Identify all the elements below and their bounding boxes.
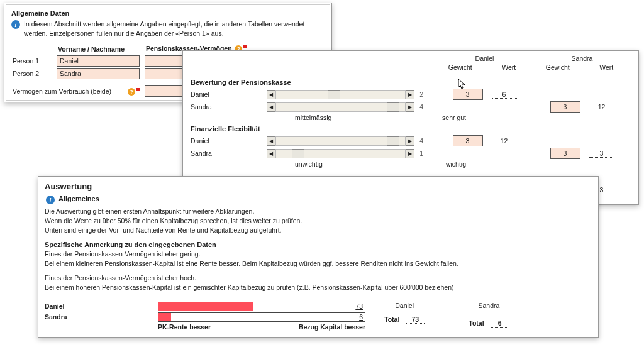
scale-high: sehr gut: [380, 114, 475, 121]
slider-name: Sandra: [191, 103, 262, 111]
bar-p2: 6: [158, 312, 365, 322]
weight-input[interactable]: 3: [550, 101, 580, 113]
section1-title: Bewertung der Pensionskasse: [191, 75, 631, 89]
bar-label-high: Bezug Kapital besser: [262, 323, 365, 331]
slider-s1p1[interactable]: ◀ ▶: [267, 90, 414, 99]
help-icon[interactable]: ?: [128, 88, 135, 96]
sub-weight: Gewicht: [533, 63, 582, 71]
slider-name: Daniel: [191, 91, 262, 98]
section2-title: Finanzielle Flexibiltät: [191, 121, 631, 135]
weights-head-p1: Daniel: [436, 55, 533, 62]
slider-right-button[interactable]: ▶: [406, 102, 414, 112]
slider-left-button[interactable]: ◀: [267, 90, 275, 99]
scale-low: unwichtig: [286, 160, 380, 168]
bar-p1: 73: [158, 302, 365, 311]
slider-s2p2[interactable]: ◀ ▶: [267, 149, 414, 158]
person2-label: Person 2: [10, 67, 54, 80]
slider-name: Daniel: [191, 137, 262, 145]
slider-s1p2[interactable]: ◀ ▶: [267, 102, 414, 112]
total-p1: 73: [406, 316, 425, 324]
scale-low: mittelmässig: [286, 114, 380, 121]
person1-name-input[interactable]: Daniel: [57, 55, 140, 67]
slider-value: 4: [419, 103, 425, 111]
slider-value: 2: [419, 91, 425, 98]
required-marker: [136, 88, 140, 91]
info-icon: i: [11, 20, 20, 29]
slider-name: Sandra: [191, 150, 262, 157]
bar-p1-value: 73: [355, 302, 363, 310]
derived-value: 12: [589, 103, 614, 111]
eval-text1: Die Auswertung gibt einen ersten Anhalts…: [45, 207, 592, 236]
total-head-p2: Sandra: [469, 302, 509, 309]
weight-input[interactable]: 3: [453, 135, 483, 146]
col-name: Vorname / Nachname: [54, 43, 142, 55]
bar-p2-value: 6: [359, 313, 363, 321]
slider-left-button[interactable]: ◀: [267, 149, 275, 158]
weights-head-p2: Sandra: [533, 55, 631, 62]
info-icon: i: [46, 196, 55, 204]
sub-value: Wert: [582, 63, 631, 71]
eval-sub1: Allgemeines: [58, 195, 99, 202]
weight-input[interactable]: 3: [453, 89, 483, 100]
evaluation-panel: Auswertung i Allgemeines Die Auswertung …: [38, 176, 599, 338]
bar-p2-name: Sandra: [45, 313, 158, 321]
bar-label-low: PK-Rente besser: [158, 323, 262, 331]
sub-weight: Gewicht: [436, 63, 485, 71]
eval-title: Auswertung: [45, 180, 592, 195]
slider-left-button[interactable]: ◀: [267, 102, 275, 112]
scale-high: wichtig: [380, 160, 475, 168]
derived-value: 6: [492, 91, 517, 99]
eval-text2: Eines der Pensionskassen-Vermögen ist eh…: [45, 250, 592, 268]
person2-name-input[interactable]: Sandra: [57, 68, 140, 79]
total-label: Total: [469, 319, 484, 327]
slider-value: 4: [419, 137, 425, 145]
eval-sub2: Spezifische Anmerkung zu den eingegebene…: [45, 241, 592, 248]
slider-right-button[interactable]: ▶: [406, 90, 414, 99]
total-p2: 6: [491, 319, 509, 328]
slider-right-button[interactable]: ▶: [406, 136, 414, 146]
slider-right-button[interactable]: ▶: [406, 149, 414, 158]
derived-value: 12: [492, 137, 517, 145]
slider-s2p1[interactable]: ◀ ▶: [267, 136, 414, 146]
slider-value: 1: [419, 150, 425, 157]
general-title: Allgemeine Daten: [10, 8, 326, 19]
total-head-p1: Daniel: [384, 302, 425, 309]
sub-value: Wert: [485, 63, 534, 71]
total-label: Total: [384, 316, 399, 323]
general-info-text: In diesem Abschnitt werden allgemeine An…: [24, 19, 325, 38]
derived-value: 3: [589, 150, 614, 158]
person1-label: Person 1: [10, 55, 54, 67]
required-marker: [243, 45, 247, 48]
slider-left-button[interactable]: ◀: [267, 136, 275, 146]
eval-text3: Eines der Pensionskassen-Vermögen ist eh…: [45, 273, 592, 292]
bar-p1-name: Daniel: [45, 302, 158, 310]
wealth-label: Vermögen zum Verbrauch (beide) ?: [10, 85, 142, 97]
weight-input[interactable]: 3: [550, 148, 580, 159]
